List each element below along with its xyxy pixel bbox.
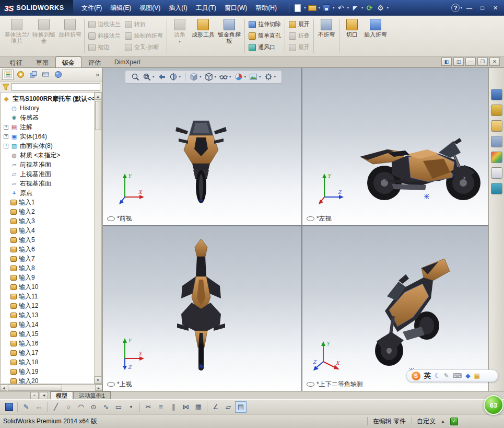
- command-tab[interactable]: DimXpert: [108, 56, 147, 67]
- simple-hole-button[interactable]: 简单直孔: [248, 31, 282, 41]
- zoom-to-fit-icon[interactable]: [131, 72, 140, 82]
- skin-icon[interactable]: ◆: [465, 373, 470, 379]
- tree-item[interactable]: 输入7: [4, 254, 94, 263]
- command-tab[interactable]: 评估: [81, 56, 108, 67]
- flatten-button[interactable]: 展开: [288, 42, 311, 52]
- menu-item[interactable]: 工具(T): [192, 0, 220, 16]
- tree-item[interactable]: 输入6: [4, 245, 94, 254]
- point-icon[interactable]: •: [125, 401, 137, 413]
- tree-item[interactable]: 输入20: [4, 376, 94, 384]
- convert-to-sheet-metal-button[interactable]: 转换到钣金: [30, 17, 57, 55]
- tab-feature-manager[interactable]: [2, 70, 14, 80]
- design-library-icon[interactable]: [491, 105, 502, 116]
- menu-item[interactable]: 插入(I): [165, 0, 191, 16]
- custom-properties-icon[interactable]: [491, 167, 502, 179]
- trim-icon[interactable]: ✂: [143, 401, 154, 413]
- menu-item[interactable]: 帮助(H): [251, 0, 281, 16]
- tree-item[interactable]: 曲面实体(8): [4, 141, 94, 151]
- forming-tool-button[interactable]: 成形工具: [191, 17, 216, 55]
- panel-overflow-chevron[interactable]: »: [96, 71, 100, 78]
- ellipse-icon[interactable]: ⊙: [88, 401, 99, 413]
- rip-button[interactable]: 切口: [341, 17, 363, 55]
- hem-button[interactable]: 褶边: [87, 42, 122, 52]
- tree-item[interactable]: 输入16: [4, 339, 94, 348]
- tab-scroll-left-icon[interactable]: ◄: [40, 392, 48, 399]
- document-restore-button[interactable]: ❐: [477, 57, 488, 66]
- toolbox-icon[interactable]: ▦: [474, 373, 479, 379]
- zoom-to-area-icon[interactable]: [142, 72, 151, 82]
- jog-button[interactable]: 转折: [124, 19, 164, 29]
- caret-icon[interactable]: ▾: [347, 6, 349, 10]
- smart-dimension-icon[interactable]: ↔: [33, 401, 44, 413]
- tree-item[interactable]: 输入9: [4, 273, 94, 282]
- appearances-icon[interactable]: [491, 152, 502, 163]
- plane-icon[interactable]: ▱: [222, 401, 234, 413]
- scroll-left-icon[interactable]: ◄: [0, 385, 7, 391]
- caret-icon[interactable]: ▾: [361, 6, 364, 10]
- sheet-metal-gusset-button[interactable]: 钣金角撑板: [216, 17, 243, 55]
- sogou-logo-icon[interactable]: S: [412, 372, 420, 380]
- tree-item[interactable]: 材质 <未指定>: [4, 151, 94, 160]
- tree-item[interactable]: History: [4, 103, 94, 113]
- view-settings-icon[interactable]: [264, 72, 273, 82]
- caret-icon[interactable]: ▾: [387, 6, 389, 10]
- tab-property-manager[interactable]: [15, 70, 26, 80]
- save-icon[interactable]: [3, 401, 15, 413]
- document-close-button[interactable]: ✕: [489, 57, 500, 66]
- sketch-icon[interactable]: ✎: [20, 401, 32, 413]
- tree-item[interactable]: 注解: [4, 122, 94, 132]
- hide-show-items-icon[interactable]: [219, 72, 228, 82]
- assistant-ball[interactable]: 63: [484, 395, 503, 415]
- motorcycle-model-left-view[interactable]: [357, 126, 488, 202]
- command-tab[interactable]: 特征: [3, 56, 29, 67]
- pane-grid-icon[interactable]: ◫: [453, 57, 464, 66]
- caret-icon[interactable]: ▾: [274, 75, 276, 79]
- caret-icon[interactable]: ▾: [153, 75, 155, 79]
- scrollbar-track[interactable]: [7, 385, 95, 391]
- caret-icon[interactable]: ▾: [229, 75, 231, 79]
- view-orientation-icon[interactable]: [189, 72, 198, 82]
- open-document-icon[interactable]: [307, 3, 318, 13]
- command-tab[interactable]: 草图: [29, 56, 55, 67]
- status-custom-dropdown[interactable]: 自定义: [417, 417, 436, 426]
- caret-icon[interactable]: ▾: [179, 75, 181, 79]
- tree-root-item[interactable]: 宝马S1000RR摩托车 (默认<<: [3, 94, 94, 103]
- tree-item[interactable]: 输入14: [4, 320, 94, 329]
- tab-display-manager[interactable]: [52, 70, 64, 80]
- tree-item[interactable]: 实体(164): [4, 132, 94, 141]
- tree-item[interactable]: 输入17: [4, 348, 94, 357]
- tree-item[interactable]: 输入15: [4, 329, 94, 339]
- model-tab[interactable]: 模型: [50, 391, 73, 400]
- base-flange-button[interactable]: 基体法兰/薄片: [3, 17, 30, 55]
- tree-item[interactable]: 输入10: [4, 282, 94, 292]
- tree-item[interactable]: 输入5: [4, 235, 94, 245]
- unfold-button[interactable]: 展开: [288, 19, 311, 29]
- angle-icon[interactable]: ∠: [210, 401, 221, 413]
- tree-item[interactable]: 输入19: [4, 367, 94, 376]
- tree-vertical-scrollbar[interactable]: ▲ ▼: [94, 92, 101, 384]
- filter-funnel-icon[interactable]: [2, 83, 9, 90]
- scroll-down-icon[interactable]: ▼: [95, 376, 102, 384]
- previous-view-icon[interactable]: [157, 72, 167, 82]
- caret-icon[interactable]: ▾: [200, 75, 202, 79]
- caret-icon[interactable]: ▾: [259, 75, 261, 79]
- scrollbar-thumb[interactable]: [8, 385, 62, 391]
- expand-toggle-icon[interactable]: [4, 125, 8, 130]
- circle-icon[interactable]: ○: [63, 401, 74, 413]
- new-document-icon[interactable]: [292, 3, 303, 13]
- tree-item[interactable]: 前视基准面: [4, 160, 94, 169]
- rectangle-icon[interactable]: ▭: [113, 401, 124, 413]
- tree-item[interactable]: 输入11: [4, 292, 94, 301]
- caret-icon[interactable]: ▾: [319, 6, 321, 10]
- tab-configuration-manager[interactable]: [27, 70, 39, 80]
- convert-entities-icon[interactable]: ≡: [155, 401, 167, 413]
- caret-icon[interactable]: ▾: [460, 6, 462, 10]
- line-icon[interactable]: ╱: [50, 401, 62, 413]
- no-bends-button[interactable]: 不折弯: [315, 17, 337, 55]
- offset-icon[interactable]: ∥: [168, 401, 179, 413]
- miter-flange-button[interactable]: 斜接法兰: [87, 31, 122, 41]
- vent-button[interactable]: 通风口: [248, 42, 282, 52]
- caret-icon[interactable]: ▾: [333, 6, 335, 10]
- caret-icon[interactable]: ▾: [215, 75, 217, 79]
- grid-icon[interactable]: ▤: [235, 401, 247, 413]
